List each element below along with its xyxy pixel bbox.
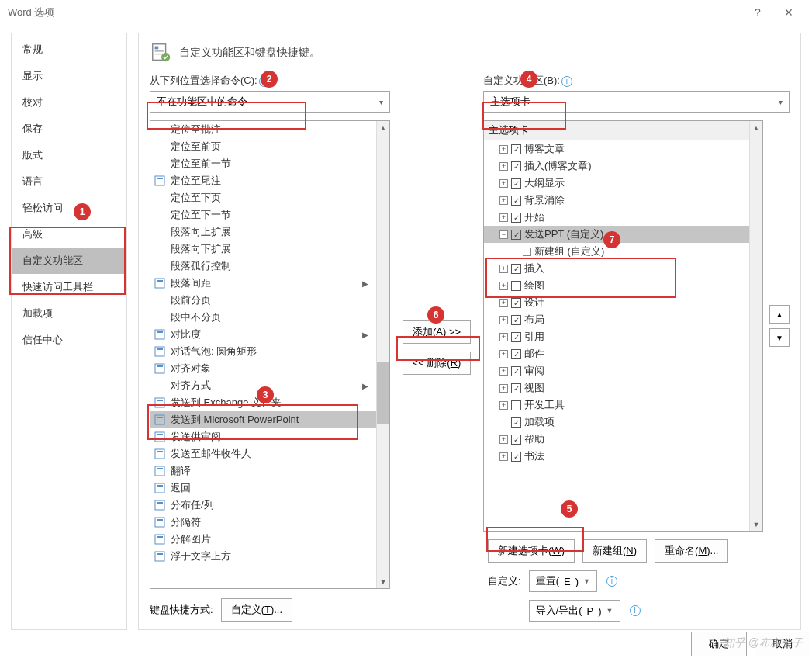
scrollbar[interactable]: ▲ ▼	[376, 121, 389, 588]
ok-button[interactable]: 确定	[691, 632, 747, 656]
new-group-button[interactable]: 新建组(N)	[582, 539, 647, 563]
command-item[interactable]: 段落向下扩展	[150, 241, 376, 258]
checkbox[interactable]: ✓	[511, 435, 521, 445]
sidebar-item[interactable]: 显示	[12, 63, 126, 89]
reset-dropdown[interactable]: 重置(E)▼	[529, 570, 597, 592]
command-item[interactable]: 段落孤行控制	[150, 258, 376, 275]
ribbon-scope-dropdown[interactable]: 主选项卡▾	[483, 91, 790, 113]
scrollbar[interactable]: ▲ ▼	[749, 121, 762, 531]
tree-item[interactable]: +✓设计	[484, 294, 749, 311]
scroll-down-icon[interactable]: ▼	[750, 518, 762, 531]
expand-icon[interactable]: +	[499, 350, 508, 358]
command-item[interactable]: 段落间距▶	[150, 275, 376, 292]
expand-icon[interactable]: +	[499, 333, 508, 341]
sidebar-item[interactable]: 加载项	[12, 300, 126, 327]
checkbox[interactable]: ✓	[511, 144, 521, 154]
command-item[interactable]: 定位至批注	[150, 121, 376, 138]
cancel-button[interactable]: 取消	[755, 632, 810, 656]
expand-icon[interactable]: +	[499, 179, 508, 188]
commands-from-dropdown[interactable]: 不在功能区中的命令▾	[150, 91, 390, 113]
add-button[interactable]: 添加(A) >>	[403, 320, 471, 344]
tree-item[interactable]: +✓博客文章	[484, 140, 749, 158]
info-icon[interactable]: i	[561, 76, 572, 87]
checkbox[interactable]	[511, 400, 521, 410]
checkbox[interactable]: ✓	[511, 213, 521, 223]
sidebar-item[interactable]: 保存	[12, 116, 126, 142]
command-item[interactable]: 定位至前页	[150, 138, 376, 155]
sidebar-item[interactable]: 自定义功能区	[12, 248, 126, 274]
tree-item[interactable]: +开发工具	[484, 397, 749, 414]
expand-icon[interactable]: +	[523, 248, 531, 256]
scroll-thumb[interactable]	[377, 362, 389, 424]
tree-item[interactable]: +✓引用	[484, 328, 749, 345]
sidebar-item[interactable]: 信任中心	[12, 327, 126, 353]
tree-item[interactable]: +✓开始	[484, 209, 749, 226]
sidebar-item[interactable]: 版式	[12, 142, 126, 168]
sidebar-item[interactable]: 常规	[12, 36, 126, 63]
command-item[interactable]: 发送供审阅...	[150, 428, 376, 445]
sidebar-item[interactable]: 语言	[12, 168, 126, 195]
sidebar-item[interactable]: 高级	[12, 221, 126, 248]
scroll-down-icon[interactable]: ▼	[377, 575, 389, 588]
checkbox[interactable]: ✓	[511, 230, 521, 240]
expand-icon[interactable]: +	[499, 196, 508, 205]
checkbox[interactable]: ✓	[511, 264, 521, 274]
checkbox[interactable]: ✓	[511, 161, 521, 171]
tree-item[interactable]: +✓邮件	[484, 345, 749, 362]
command-item[interactable]: 段前分页	[150, 292, 376, 309]
command-item[interactable]: 段中不分页	[150, 309, 376, 326]
sidebar-item[interactable]: 校对	[12, 89, 126, 116]
scroll-up-icon[interactable]: ▲	[377, 121, 389, 134]
tree-item[interactable]: +✓布局	[484, 311, 749, 328]
command-item[interactable]: 定位至前一节	[150, 155, 376, 172]
expand-icon[interactable]: +	[499, 367, 508, 376]
expand-icon[interactable]: +	[499, 316, 508, 324]
expand-icon[interactable]: +	[499, 282, 508, 290]
command-item[interactable]: 分解图片	[150, 531, 376, 548]
checkbox[interactable]: ✓	[511, 417, 521, 428]
checkbox[interactable]: ✓	[511, 349, 521, 359]
tree-item[interactable]: +✓帮助	[484, 431, 749, 448]
move-up-button[interactable]: ▲	[769, 305, 790, 324]
scroll-up-icon[interactable]: ▲	[750, 121, 762, 134]
new-tab-button[interactable]: 新建选项卡(W)	[488, 539, 575, 563]
checkbox[interactable]: ✓	[511, 383, 521, 393]
close-button[interactable]: ✕	[773, 6, 804, 19]
checkbox[interactable]: ✓	[511, 298, 521, 308]
expand-icon[interactable]: −	[499, 230, 508, 239]
expand-icon[interactable]: +	[499, 401, 508, 410]
expand-icon[interactable]: +	[499, 384, 508, 393]
command-item[interactable]: 浮于文字上方	[150, 548, 376, 565]
tree-item[interactable]: +绘图	[484, 277, 749, 294]
info-icon[interactable]: i	[630, 605, 641, 616]
customize-kbd-button[interactable]: 自定义(T)...	[221, 598, 292, 622]
expand-icon[interactable]: +	[499, 145, 508, 154]
command-item[interactable]: 分布任/列	[150, 497, 376, 514]
tree-item[interactable]: ✓加载项	[484, 414, 749, 431]
command-item[interactable]: 分隔符	[150, 514, 376, 531]
sidebar-item[interactable]: 快速访问工具栏	[12, 274, 126, 300]
expand-icon[interactable]: +	[499, 299, 508, 307]
command-item[interactable]: 定位至下页	[150, 189, 376, 206]
command-item[interactable]: 对比度▶	[150, 326, 376, 343]
checkbox[interactable]: ✓	[511, 332, 521, 342]
command-item[interactable]: 对话气泡: 圆角矩形	[150, 343, 376, 360]
checkbox[interactable]: ✓	[511, 178, 521, 189]
command-item[interactable]: 发送到 Microsoft PowerPoint	[150, 411, 376, 428]
checkbox[interactable]: ✓	[511, 315, 521, 325]
command-item[interactable]: 定位至下一节	[150, 206, 376, 223]
tree-item[interactable]: +✓背景消除	[484, 192, 749, 209]
expand-icon[interactable]: +	[499, 213, 508, 222]
command-item[interactable]: 翻译	[150, 462, 376, 480]
ribbon-tree[interactable]: 主选项卡 +✓博客文章+✓插入(博客文章)+✓大纲显示+✓背景消除+✓开始−✓发…	[483, 120, 763, 532]
checkbox[interactable]	[511, 281, 521, 291]
tree-item[interactable]: +✓书法	[484, 448, 749, 465]
tree-item[interactable]: +✓审阅	[484, 362, 749, 379]
help-button[interactable]: ?	[742, 6, 773, 19]
info-icon[interactable]: i	[606, 576, 617, 587]
checkbox[interactable]: ✓	[511, 452, 521, 462]
tree-item[interactable]: +✓插入	[484, 260, 749, 277]
command-item[interactable]: 返回	[150, 480, 376, 497]
expand-icon[interactable]: +	[499, 435, 508, 444]
expand-icon[interactable]: +	[499, 452, 508, 461]
